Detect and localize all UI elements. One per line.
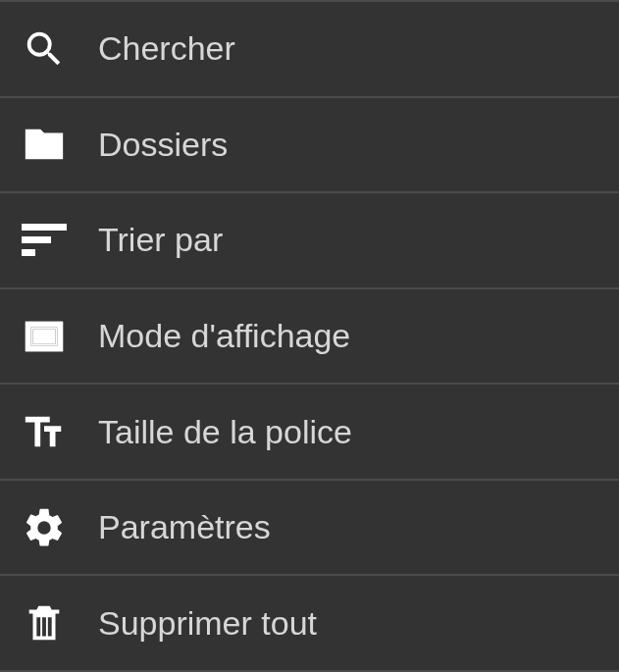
menu-item-label: Chercher <box>98 29 235 68</box>
menu-item-label: Trier par <box>98 221 223 259</box>
menu-item-label: Mode d'affichage <box>98 317 350 355</box>
menu-item-label: Supprimer tout <box>98 604 317 643</box>
search-icon <box>22 26 98 72</box>
trash-icon <box>22 600 98 646</box>
menu-item-folders[interactable]: Dossiers <box>0 98 619 194</box>
folder-icon <box>22 122 98 167</box>
font-size-icon <box>22 409 98 454</box>
menu-item-label: Dossiers <box>98 126 228 164</box>
menu-item-display-mode[interactable]: Mode d'affichage <box>0 289 619 386</box>
menu-item-font-size[interactable]: Taille de la police <box>0 385 619 481</box>
display-mode-icon <box>22 314 98 359</box>
menu-item-delete-all[interactable]: Supprimer tout <box>0 576 619 672</box>
gear-icon <box>22 505 98 550</box>
menu-item-search[interactable]: Chercher <box>0 0 619 98</box>
sort-icon <box>22 218 98 263</box>
options-menu: Chercher Dossiers Trier par Mode d'affic… <box>0 0 619 672</box>
menu-item-settings[interactable]: Paramètres <box>0 481 619 577</box>
menu-item-sort[interactable]: Trier par <box>0 193 619 289</box>
menu-item-label: Taille de la police <box>98 413 352 451</box>
svg-rect-2 <box>33 329 56 343</box>
menu-item-label: Paramètres <box>98 508 271 546</box>
